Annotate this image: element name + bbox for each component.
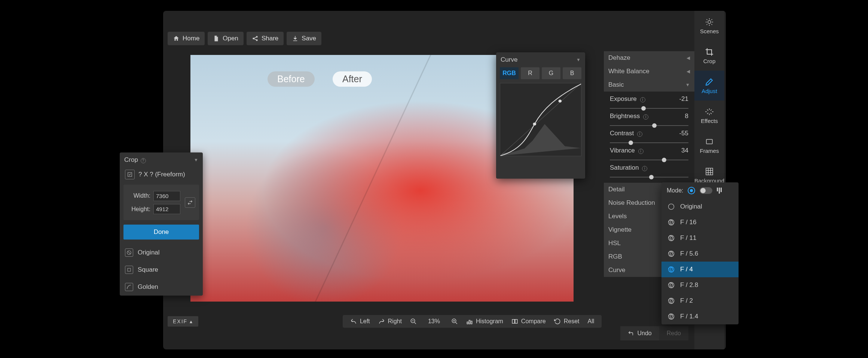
svg-rect-10 [706,168,713,175]
section-white-balance[interactable]: White Balance◀ [604,65,694,78]
collapse-icon: ◀ [687,69,690,74]
width-input[interactable] [153,191,180,201]
bottom-center: Left Right 13% Histogram Compare Reset A… [343,315,602,328]
aperture-option-label: F / 11 [680,234,696,242]
aperture-option[interactable]: F / 16 [661,215,739,230]
rotate-right-button[interactable]: Right [378,318,402,325]
aperture-option-label: F / 16 [680,219,696,226]
info-icon[interactable]: i [643,114,648,120]
aperture-option[interactable]: F / 2.8 [661,277,739,293]
info-icon[interactable]: i [638,149,644,154]
share-button[interactable]: Share [247,32,284,45]
aperture-icon [667,219,675,226]
mode-radial-icon[interactable] [688,187,695,194]
expand-icon: ▼ [685,82,690,87]
download-icon [292,35,299,42]
aperture-original[interactable]: Original [661,199,739,215]
tool-frames[interactable]: Frames [694,130,724,160]
curve-tab-g[interactable]: G [542,67,560,79]
aperture-option[interactable]: F / 4 [661,262,739,277]
svg-point-44 [533,123,536,126]
info-icon[interactable]: i [642,166,647,171]
info-icon[interactable]: ? [141,158,146,163]
info-icon[interactable]: i [640,97,645,102]
collapse-icon: ◀ [687,55,690,61]
crop-preset-original[interactable]: Original [120,244,203,261]
svg-line-7 [707,24,707,25]
svg-point-19 [253,38,254,39]
vibrance-value: 34 [681,147,688,154]
height-input[interactable] [153,204,180,214]
svg-point-0 [708,21,711,24]
zoom-out-icon [410,318,417,325]
curve-channel-tabs: RGB R G B [496,67,585,83]
compare-button[interactable]: Compare [511,318,546,325]
aperture-icon [667,281,675,289]
contrast-slider[interactable] [610,142,688,143]
curve-tab-b[interactable]: B [563,67,581,79]
open-button[interactable]: Open [208,32,244,45]
rotate-left-button[interactable]: Left [350,318,370,325]
tool-crop[interactable]: Crop [694,41,724,71]
exposure-slider[interactable] [610,108,688,109]
aperture-option[interactable]: F / 1.4 [661,309,739,324]
swap-dimensions-button[interactable] [185,197,195,208]
exposure-value: -21 [679,95,688,103]
info-icon[interactable]: i [637,132,642,137]
tool-adjust[interactable]: Adjust [694,71,724,101]
svg-point-45 [559,100,562,103]
save-button[interactable]: Save [287,32,321,45]
aperture-option[interactable]: F / 2 [661,293,739,309]
rotate-left-icon [350,318,357,325]
section-basic[interactable]: Basic▼ [604,78,694,92]
tool-scenes[interactable]: Scenes [694,11,724,41]
crop-done-button[interactable]: Done [123,225,199,240]
exposure-row: Exposure i-21 [604,92,694,109]
svg-point-46 [669,204,674,210]
zoom-level: 13% [425,318,443,325]
saturation-slider[interactable] [610,177,688,178]
crop-preset-square[interactable]: Square [120,261,203,278]
curve-graph[interactable] [500,83,581,156]
brightness-slider[interactable] [610,125,688,126]
histogram-button[interactable]: Histogram [466,318,503,325]
crop-preset-golden[interactable]: Golden [120,278,203,296]
zoom-out-button[interactable] [410,318,417,325]
collapse-icon[interactable]: ▼ [194,157,198,163]
curve-tab-rgb[interactable]: RGB [500,67,519,79]
curve-tab-r[interactable]: R [521,67,540,79]
vibrance-row: Vibrance i34 [604,143,694,160]
zoom-in-icon [451,318,458,325]
collapse-icon[interactable]: ▼ [576,57,581,62]
crop-title-row: Crop ? ▼ [120,152,203,167]
top-toolbar: Home Open Share Save [168,32,321,45]
preset-icon [125,283,133,291]
aperture-icon [667,266,675,273]
bars-icon[interactable] [717,188,722,194]
swap-icon [187,200,193,205]
share-icon [252,35,259,42]
preset-icon [125,266,133,274]
before-label: Before [268,71,315,87]
svg-rect-33 [469,320,470,324]
tool-crop-label: Crop [703,58,716,64]
aperture-option[interactable]: F / 11 [661,230,739,246]
section-dehaze[interactable]: Dehaze◀ [604,51,694,65]
vibrance-slider[interactable] [610,160,688,160]
aperture-icon [667,203,675,210]
tool-frames-label: Frames [700,148,719,154]
all-button[interactable]: All [587,318,594,325]
aperture-option[interactable]: F / 5.6 [661,246,739,262]
zoom-in-button[interactable] [451,318,458,325]
svg-rect-34 [471,321,472,324]
chevron-up-icon: ▴ [190,318,193,324]
mode-toggle[interactable] [700,187,712,194]
exif-button[interactable]: EXIF ▴ [168,316,198,327]
saturation-row: Saturation i [604,160,694,183]
tool-effects[interactable]: Effects [694,101,724,130]
crop-aspect-freeform[interactable]: ? X ? (Freeform) [120,170,202,179]
reset-button[interactable]: Reset [554,318,580,325]
tool-scenes-label: Scenes [700,28,719,34]
home-button[interactable]: Home [168,32,205,45]
brightness-value: 8 [685,112,688,120]
